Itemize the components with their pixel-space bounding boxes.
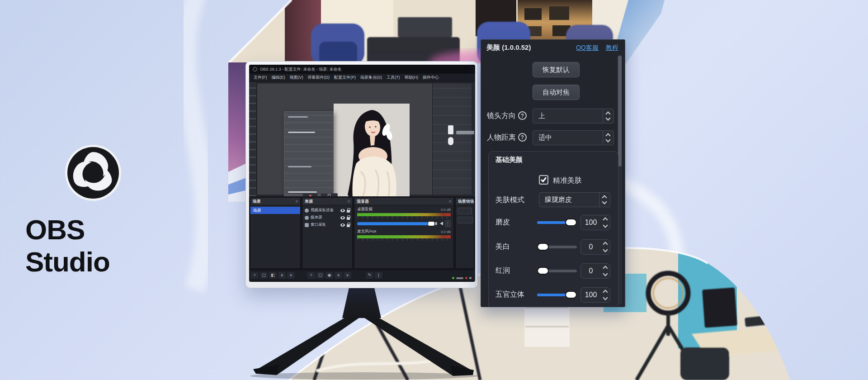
- portrait-photo: [334, 104, 410, 209]
- slider-handle[interactable]: [537, 243, 549, 251]
- transition-select[interactable]: [458, 208, 472, 214]
- sources-title: 来源: [305, 199, 313, 204]
- tutorial-link[interactable]: 教程: [606, 44, 618, 52]
- media-source-icon: [305, 216, 309, 220]
- obs-wordmark: OBS Studio: [25, 214, 175, 278]
- precise-skin-checkbox[interactable]: [539, 175, 548, 185]
- menu-file[interactable]: 文件(F): [252, 74, 269, 81]
- obs-branding: OBS Studio: [23, 136, 176, 253]
- facial-3d-spinbox[interactable]: 100: [580, 287, 610, 303]
- restore-defaults-button[interactable]: 恢复默认: [533, 62, 580, 77]
- smoothing-spinbox[interactable]: 100: [580, 215, 610, 230]
- menu-profile[interactable]: 配置文件(P): [332, 74, 358, 81]
- spin-up-icon[interactable]: [603, 290, 608, 294]
- spin-up-icon[interactable]: [603, 217, 608, 222]
- scenes-menu-icon[interactable]: ≡: [296, 199, 298, 204]
- volume-slider-handle[interactable]: [428, 221, 435, 226]
- mixer-channel-name: 桌面音频: [357, 207, 373, 212]
- scrollbar-thumb[interactable]: [618, 56, 622, 166]
- source-row[interactable]: 视频采集设备: [302, 207, 352, 214]
- spin-down-icon[interactable]: [603, 247, 608, 252]
- skin-mode-select[interactable]: 朦胧磨皮: [539, 192, 610, 207]
- slider-handle[interactable]: [565, 218, 577, 226]
- move-up-button[interactable]: ∧: [278, 272, 286, 279]
- whitening-slider[interactable]: [537, 246, 577, 248]
- beauty-panel-title: 美颜 (1.0.0.52): [486, 43, 569, 52]
- camera-direction-select[interactable]: 上: [533, 109, 614, 124]
- transition-duration[interactable]: [458, 217, 473, 223]
- camera-direction-label: 镜头方向: [487, 111, 516, 121]
- obs-logo-icon: [64, 144, 122, 202]
- source-row[interactable]: 媒体源: [302, 214, 352, 221]
- mixer-options-button[interactable]: ⋮: [445, 220, 451, 227]
- menu-tools[interactable]: 工具(T): [385, 74, 402, 81]
- lock-icon[interactable]: [347, 224, 350, 227]
- spin-down-icon[interactable]: [603, 223, 608, 228]
- rosy-slider[interactable]: [537, 270, 577, 272]
- source-row[interactable]: 窗口采集: [302, 221, 352, 228]
- facial-3d-slider[interactable]: [537, 294, 577, 296]
- edit-button[interactable]: ✎: [366, 272, 373, 279]
- menu-scene-collection[interactable]: 场景集合(S): [359, 74, 384, 81]
- visibility-eye-icon[interactable]: [340, 216, 345, 219]
- select-chevrons-icon[interactable]: [603, 109, 613, 123]
- dock-toolbar: + ▢ ◧ ∧ ∨ + ▢ ◉ ∧ ∨ ✎ ❘: [249, 270, 475, 280]
- select-chevrons-icon[interactable]: [603, 131, 613, 145]
- smoothing-slider[interactable]: [537, 221, 577, 224]
- scene-item-selected[interactable]: 场景: [250, 207, 300, 214]
- basic-beauty-title: 基础美颜: [495, 156, 523, 164]
- rosy-spinbox[interactable]: 0: [580, 263, 610, 279]
- source-properties-button[interactable]: ◉: [326, 272, 333, 279]
- remove-scene-button[interactable]: ▢: [260, 272, 268, 279]
- sources-menu-icon[interactable]: ≡: [348, 199, 350, 204]
- menu-view[interactable]: 视图(V): [288, 74, 305, 81]
- help-icon[interactable]: ?: [518, 133, 527, 142]
- scene-filters-button[interactable]: ◧: [269, 272, 277, 279]
- obs-docks: 场景 ≡ 场景 来源 ≡ 视频采集设备: [249, 196, 475, 270]
- speaker-icon[interactable]: [440, 222, 443, 225]
- monitor-screen: OBS 29.1.3 - 配置文件: 未命名 - 场景: 未命名 文件(F) 编…: [249, 65, 475, 282]
- slider-handle[interactable]: [537, 267, 549, 275]
- mixer-channel-db: 0.0 dB: [441, 230, 451, 234]
- audio-meter: [357, 213, 451, 216]
- slider-handle[interactable]: [565, 291, 577, 299]
- scenes-title: 场景: [253, 199, 261, 204]
- visibility-eye-icon[interactable]: [340, 223, 345, 227]
- menu-plugin-center[interactable]: 插件中心: [421, 74, 441, 81]
- alert-button[interactable]: ❘: [375, 272, 382, 279]
- obs-window-icon: [253, 67, 257, 71]
- person-distance-select[interactable]: 适中: [533, 130, 614, 145]
- whitening-spinbox[interactable]: 0: [580, 239, 610, 255]
- mixer-menu-icon[interactable]: ≡: [449, 199, 451, 204]
- volume-slider[interactable]: [357, 222, 438, 225]
- spin-down-icon[interactable]: [603, 295, 608, 300]
- promo-canvas: OBS Studio OBS 29.1.3 - 配置文件: 未命名 - 场景: …: [0, 0, 868, 380]
- visibility-eye-icon[interactable]: [340, 209, 345, 212]
- spin-down-icon[interactable]: [603, 271, 608, 276]
- qq-support-link[interactable]: QQ客服: [576, 44, 599, 52]
- menu-edit[interactable]: 编辑(E): [270, 74, 287, 81]
- autofocus-button[interactable]: 自动对焦: [533, 85, 580, 100]
- lock-icon[interactable]: [347, 210, 350, 213]
- meter-ticks: [357, 217, 451, 218]
- add-scene-button[interactable]: +: [251, 272, 259, 279]
- move-down-button[interactable]: ∨: [287, 272, 295, 279]
- menu-help[interactable]: 帮助(H): [403, 74, 420, 81]
- menu-docks[interactable]: 停靠部件(D): [306, 74, 332, 81]
- source-up-button[interactable]: ∧: [335, 272, 342, 279]
- spin-up-icon[interactable]: [603, 266, 608, 271]
- skin-mode-label: 美肤模式: [495, 195, 524, 205]
- add-source-button[interactable]: +: [307, 272, 315, 279]
- select-chevrons-icon[interactable]: [599, 193, 610, 207]
- help-icon[interactable]: ?: [518, 111, 527, 120]
- camera-source-icon: [305, 209, 309, 213]
- obs-menubar: 文件(F) 编辑(E) 视图(V) 停靠部件(D) 配置文件(P) 场景集合(S…: [249, 74, 475, 82]
- remove-source-button[interactable]: ▢: [316, 272, 324, 279]
- smoothing-label: 磨皮: [495, 218, 510, 227]
- mixer-dock: 混音器 ≡ 桌面音频 0.0 dB ⋮: [354, 197, 454, 269]
- lock-icon[interactable]: [347, 217, 350, 220]
- source-down-button[interactable]: ∨: [344, 272, 351, 279]
- spin-up-icon[interactable]: [603, 242, 608, 247]
- obs-window-title: OBS 29.1.3 - 配置文件: 未命名 - 场景: 未命名: [260, 66, 342, 72]
- precise-skin-label[interactable]: 精准美肤: [553, 176, 582, 185]
